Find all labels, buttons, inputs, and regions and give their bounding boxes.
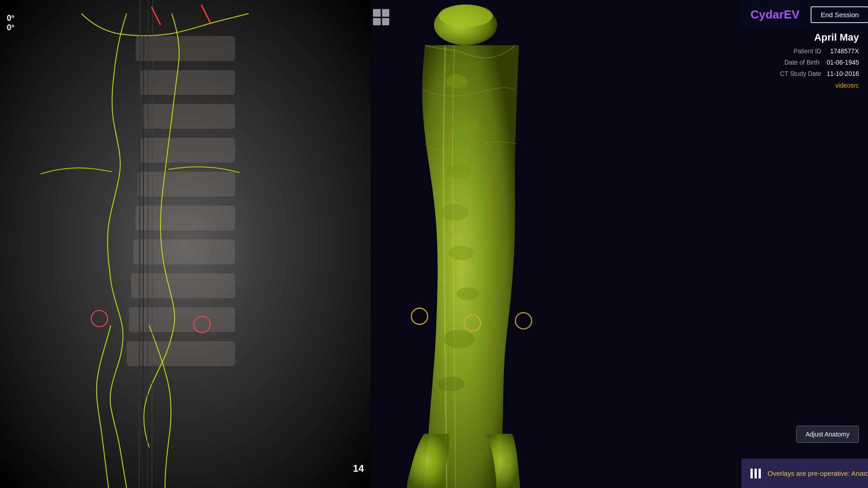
- pause-button[interactable]: [750, 469, 761, 479]
- vessel-3d-panel: CydarEV End Session: [371, 0, 868, 488]
- angle-display: 0° 0°: [7, 14, 14, 33]
- top-bar: CydarEV End Session: [741, 0, 868, 29]
- svg-point-17: [443, 330, 475, 348]
- patient-info-panel: April May Patient ID 1748577X Date of Bi…: [780, 32, 859, 91]
- pause-bar-right: [759, 469, 761, 479]
- adjust-anatomy-button[interactable]: Adjust Anatomy: [796, 426, 859, 443]
- svg-point-13: [446, 164, 472, 179]
- angle-top: 0°: [7, 14, 14, 23]
- dob-label: Date of Birth: [784, 59, 820, 66]
- end-session-button[interactable]: End Session: [811, 6, 868, 23]
- svg-point-18: [438, 377, 465, 391]
- patient-id-value: 1748577X: [830, 47, 859, 55]
- patient-details: Patient ID 1748577X Date of Birth 01-06-…: [780, 46, 859, 91]
- svg-point-15: [448, 246, 474, 260]
- logo-cydar: Cydar: [750, 8, 784, 21]
- svg-point-10: [439, 5, 493, 27]
- ct-study-value: 11-10-2016: [826, 70, 859, 77]
- svg-point-6: [91, 310, 108, 327]
- svg-point-11: [445, 75, 468, 88]
- svg-point-7: [194, 316, 210, 333]
- logo-ev: EV: [784, 8, 800, 21]
- pause-bar-left: [750, 469, 753, 479]
- svg-line-0: [139, 0, 140, 488]
- video-src-link[interactable]: videosrc: [835, 82, 859, 89]
- svg-line-3: [152, 0, 153, 488]
- pause-bar-middle: [755, 469, 757, 479]
- xray-panel: 0° 0° 14: [0, 0, 371, 488]
- grid-toggle-button[interactable]: [373, 9, 389, 25]
- ct-study-label: CT Study Date: [780, 70, 821, 77]
- svg-point-14: [440, 204, 469, 221]
- svg-point-16: [457, 287, 479, 300]
- dob-value: 01-06-1945: [826, 59, 859, 66]
- frame-number: 14: [353, 463, 364, 474]
- angle-bottom: 0°: [7, 23, 14, 33]
- svg-point-12: [452, 118, 479, 135]
- bottom-bar: Overlays are pre-operative: Anatomy may …: [741, 459, 868, 488]
- anatomy-contour: [0, 0, 371, 488]
- svg-line-2: [147, 0, 148, 488]
- overlay-warning-message: Overlays are pre-operative: Anatomy may …: [768, 469, 868, 477]
- patient-id-label: Patient ID: [793, 47, 821, 55]
- svg-line-5: [201, 5, 210, 23]
- app-logo: CydarEV: [750, 8, 799, 22]
- patient-name: April May: [780, 32, 859, 43]
